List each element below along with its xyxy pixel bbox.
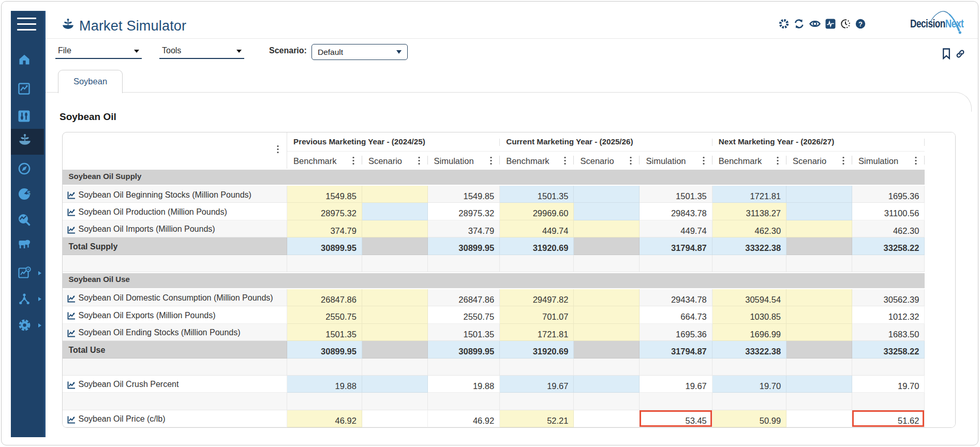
svg-text:?: ? <box>858 20 863 28</box>
svg-text:$: $ <box>27 190 31 196</box>
